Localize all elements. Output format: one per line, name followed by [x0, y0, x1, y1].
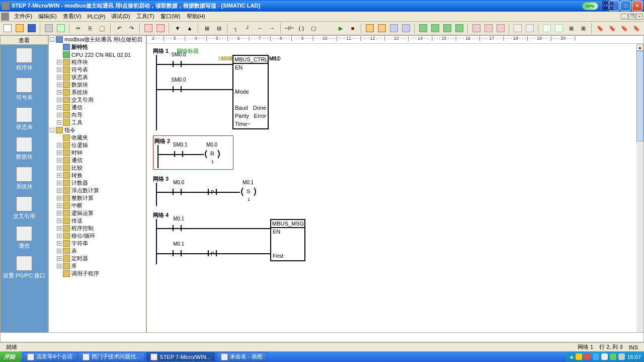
tree-node[interactable]: +传送	[49, 217, 146, 225]
menu-view[interactable]: 查看(V)	[60, 12, 85, 21]
contact[interactable]: SM0.1	[171, 148, 186, 160]
tb-redo[interactable]: ↷	[126, 23, 137, 34]
fbox-mbus-msg[interactable]: MBUS_MSG EN First	[270, 219, 305, 261]
tb-force1[interactable]	[418, 23, 429, 34]
tb-print[interactable]	[43, 23, 54, 34]
tree-node[interactable]: +浮点数计算	[49, 187, 146, 194]
nav-data-block[interactable]: 数据块	[1, 134, 48, 164]
tree-node[interactable]: +工具	[49, 119, 146, 126]
network-3[interactable]: 网络 3 M0.0 P M0.1 S 1	[153, 175, 643, 206]
tb-force4[interactable]	[454, 23, 465, 34]
editor-vscroll[interactable]: ▲ ▼	[636, 44, 643, 342]
task-button[interactable]: 西门子技术问题找...	[78, 352, 145, 361]
tb-preview[interactable]	[55, 23, 66, 34]
tree-node[interactable]: +系统块	[49, 89, 146, 96]
tb-bookmark2[interactable]: 🔖	[607, 23, 618, 34]
tb-monitor2[interactable]	[376, 23, 387, 34]
contact[interactable]: M0.1	[170, 247, 185, 259]
tb-monitor3[interactable]	[388, 23, 399, 34]
tb-cut[interactable]: ✂	[72, 23, 84, 34]
tb-undo[interactable]: ↶	[114, 23, 125, 34]
tree-node[interactable]: 收藏夹	[49, 134, 146, 141]
system-tray[interactable]: ◄ 16:07	[566, 351, 644, 362]
menu-help[interactable]: 帮助(H)	[184, 12, 208, 21]
ladder-area[interactable]: 网络 1 网络标题 SM0.0 SM0.0 MBUS_CTRL EN Mode	[147, 44, 643, 342]
network-4[interactable]: 网络 4 M0.1 M0.1 P MBUS_MSG EN First	[153, 211, 643, 264]
contact-pos[interactable]: P	[205, 247, 220, 259]
tb-new[interactable]	[2, 23, 13, 34]
tree-node[interactable]: +中断	[49, 202, 146, 209]
tb-copy[interactable]: ⎘	[85, 23, 96, 34]
vscroll-thumb[interactable]	[636, 51, 643, 141]
nav-pgpc[interactable]: 设置 PG/PC 接口	[1, 253, 48, 282]
tree-node[interactable]: +向导	[49, 111, 146, 119]
tb-lad-line-left[interactable]: ←	[255, 23, 266, 34]
tb-diag3[interactable]	[495, 23, 506, 34]
tree-node[interactable]: +程序控制	[49, 225, 146, 232]
contact[interactable]: SM0.0	[170, 83, 185, 95]
menu-debug[interactable]: 调试(D)	[108, 12, 133, 21]
contact[interactable]: M0.0	[170, 186, 185, 198]
tb-misc5[interactable]: ⊞	[566, 23, 577, 34]
menu-tools[interactable]: 工具(T)	[133, 12, 157, 21]
tb-misc3[interactable]	[541, 23, 552, 34]
tb-lad-line-up[interactable]: ┘	[243, 23, 254, 34]
tree-node[interactable]: 新特性	[49, 43, 146, 51]
nav-status-table[interactable]: 状态表	[1, 104, 48, 134]
tb-box[interactable]: ▢	[308, 23, 319, 34]
tb-lad-line-right[interactable]: →	[267, 23, 278, 34]
tb-insert-net[interactable]: ⊞	[201, 23, 212, 34]
menu-plc[interactable]: PLC(P)	[84, 13, 108, 21]
tb-monitor4[interactable]	[400, 23, 412, 34]
tb-delete-net[interactable]: ⊟	[213, 23, 224, 34]
nav-comm[interactable]: 通信	[1, 223, 48, 253]
coil[interactable]: M0.0 R 1	[204, 149, 221, 159]
tb-contact[interactable]: ⊣⊢	[284, 23, 295, 34]
tree-node[interactable]: +表	[49, 247, 146, 255]
tree-node[interactable]: +逻辑运算	[49, 209, 146, 217]
tb-bookmark1[interactable]: 🔖	[595, 23, 606, 34]
tree-node[interactable]: -modbus做主站通讯 用I点做初启	[49, 36, 146, 43]
tree-node[interactable]: +时钟	[49, 149, 146, 157]
tree-node[interactable]: +字符串	[49, 240, 146, 247]
tb-misc4[interactable]	[553, 23, 565, 34]
tree-node[interactable]: +状态表	[49, 74, 146, 81]
contact-pos[interactable]: P	[205, 186, 220, 198]
mdi-minimize[interactable]: _	[621, 14, 628, 20]
tray-icon[interactable]	[618, 353, 625, 360]
tb-lad-line-down[interactable]: ┐	[230, 23, 242, 34]
tb-misc1[interactable]	[512, 23, 523, 34]
tree-node[interactable]: +通信	[49, 104, 146, 111]
mdi-close[interactable]: ×	[636, 14, 643, 20]
project-tree[interactable]: -modbus做主站通讯 用I点做初启新特性CPU 222 CN REL 02.…	[48, 35, 146, 350]
nav-symbol-table[interactable]: 符号表	[1, 75, 48, 104]
menu-window[interactable]: 窗口(W)	[157, 12, 184, 21]
tree-node[interactable]: +计数器	[49, 179, 146, 187]
tree-node[interactable]: +位逻辑	[49, 141, 146, 149]
coil[interactable]: M0.1 S 1	[240, 187, 257, 197]
tb-bookmark4[interactable]: 🔖	[631, 23, 642, 34]
tb-force3[interactable]	[442, 23, 453, 34]
scroll-up[interactable]: ▲	[636, 44, 643, 51]
tree-node[interactable]: +比较	[49, 164, 146, 172]
tree-node[interactable]: -指令	[49, 126, 146, 134]
tree-node[interactable]: +定时器	[49, 255, 146, 262]
tb-stop[interactable]: ■	[347, 23, 358, 34]
network-2[interactable]: 网络 2 SM0.1 M0.0 R 1	[153, 135, 233, 170]
tb-paste[interactable]: 📋	[97, 23, 108, 34]
tree-node[interactable]: +转换	[49, 172, 146, 179]
menu-edit[interactable]: 编辑(E)	[35, 12, 60, 21]
tb-download[interactable]: ▼	[172, 23, 183, 34]
tree-node[interactable]: +通信	[49, 157, 146, 164]
nav-system-block[interactable]: 系统块	[1, 164, 48, 193]
close-button[interactable]: ×	[632, 1, 642, 11]
fbox-mbus-ctrl[interactable]: MBUS_CTRL EN Mode BaudDone 19200 M0.0 Pa…	[232, 55, 269, 129]
tb-misc6[interactable]: ⊞	[578, 23, 589, 34]
tree-node[interactable]: +符号表	[49, 66, 146, 74]
tb-bookmark3[interactable]: 🔖	[619, 23, 630, 34]
tray-icon[interactable]	[610, 353, 616, 360]
menu-file[interactable]: 文件(F)	[11, 12, 35, 21]
tb-coil[interactable]: ( )	[296, 23, 307, 34]
tb-compile[interactable]	[143, 23, 154, 34]
tray-icon[interactable]	[584, 353, 591, 360]
